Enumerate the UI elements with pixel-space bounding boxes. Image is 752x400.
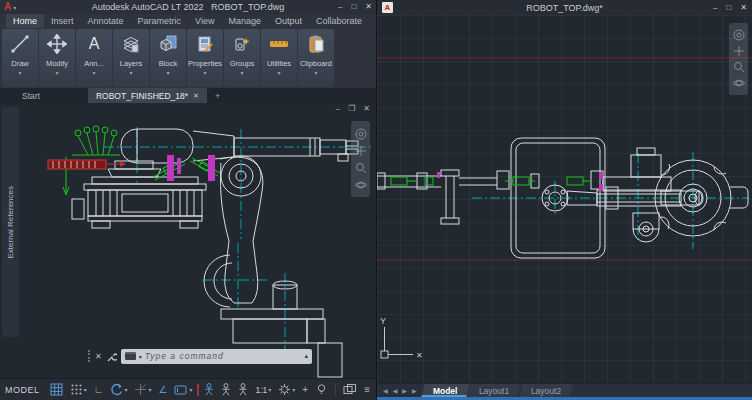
ruler-icon	[268, 29, 290, 59]
workspace-switching-button[interactable]: ▾	[276, 382, 297, 397]
customization-menu-button[interactable]: ≡	[362, 383, 372, 397]
ribbon-tab-insert[interactable]: Insert	[44, 14, 81, 28]
panel-block[interactable]: Block ▾	[150, 29, 186, 87]
snap-mode-toggle[interactable]: ▾	[68, 382, 89, 397]
chevron-down-icon[interactable]: ▾	[203, 68, 206, 78]
polar-tracking-toggle[interactable]: ▾	[108, 382, 129, 397]
tray-plus-button[interactable]: +	[300, 383, 310, 397]
minimize-button[interactable]: –	[338, 3, 342, 11]
first-tab-button[interactable]: ◀	[383, 387, 388, 394]
snap-dots-icon	[70, 383, 83, 396]
layout-tab-layout2[interactable]: Layout2	[520, 384, 573, 397]
file-tab-start[interactable]: Start	[14, 88, 48, 103]
command-history-icon[interactable]: ▴	[304, 352, 308, 360]
layout-tab-model[interactable]: Model	[421, 384, 469, 397]
grid-display-toggle[interactable]	[48, 382, 65, 397]
chevron-down-icon[interactable]: ▾	[92, 68, 95, 78]
robot-top-window: A ROBOT_TOP.dwg* – □ ✕	[376, 0, 752, 400]
zoom-icon[interactable]	[733, 61, 745, 73]
file-tab-active-doc[interactable]: ROBOT_FINISHED_18* ✕	[88, 88, 207, 103]
maximize-button[interactable]: □	[351, 3, 356, 11]
right-window-title: ROBOT_TOP.dwg*	[377, 3, 752, 13]
pan-icon[interactable]	[355, 145, 367, 157]
panel-layers[interactable]: Layers ▾	[113, 29, 149, 87]
last-tab-button[interactable]: ▶	[412, 387, 417, 394]
chevron-down-icon[interactable]: ▾	[129, 68, 132, 78]
annotation-scale-button[interactable]: 1:1 ▾	[253, 384, 273, 396]
navigation-bar[interactable]	[351, 121, 370, 197]
orbit-icon[interactable]	[355, 179, 367, 191]
tab-close-icon[interactable]: ✕	[193, 92, 199, 100]
external-references-palette-tab[interactable]: External References	[2, 107, 19, 337]
ribbon-tab-manage[interactable]: Manage	[221, 14, 268, 28]
panel-draw[interactable]: Draw ▾	[2, 29, 38, 87]
model-canvas-front-view[interactable]: – ❐ ✕ External References	[0, 103, 376, 378]
panel-properties[interactable]: Properties ▾	[187, 29, 223, 87]
chevron-down-icon[interactable]: ▾	[166, 68, 169, 78]
close-button[interactable]: ✕	[740, 4, 747, 12]
quick-access-caret-icon[interactable]: ▾	[13, 4, 16, 11]
chevron-down-icon[interactable]: ▾	[55, 68, 58, 78]
chevron-down-icon[interactable]: ▾	[139, 353, 142, 360]
zoom-icon[interactable]	[355, 162, 367, 174]
new-tab-button[interactable]: +	[215, 88, 220, 103]
ribbon-tab-view[interactable]: View	[188, 14, 221, 28]
ribbon-tab-home[interactable]: Home	[6, 14, 44, 28]
chevron-down-icon[interactable]: ▾	[277, 68, 280, 78]
customize-wrench-icon[interactable]	[106, 351, 117, 362]
object-snap-tracking-toggle[interactable]: ▾	[132, 382, 153, 397]
annotation-scale-sync-toggle[interactable]	[236, 382, 250, 397]
annotation-autoscale-toggle[interactable]	[219, 382, 233, 397]
panel-groups[interactable]: Groups ▾	[224, 29, 260, 87]
chevron-down-icon[interactable]: ▾	[18, 68, 21, 78]
command-drag-handle[interactable]	[88, 350, 91, 362]
steering-wheel-icon[interactable]	[355, 128, 367, 140]
object-snap-toggle[interactable]: ∠	[156, 383, 169, 397]
properties-icon	[195, 29, 215, 59]
ribbon-tab-annotate[interactable]: Annotate	[81, 14, 131, 28]
dynamic-input-toggle[interactable]: ▾	[172, 382, 194, 397]
ribbon-tab-output[interactable]: Output	[268, 14, 309, 28]
layers-icon	[121, 29, 141, 59]
command-close-icon[interactable]: ✕	[95, 352, 102, 361]
doc-minimize-button[interactable]: –	[336, 105, 340, 113]
panel-modify[interactable]: Modify ▾	[39, 29, 75, 87]
ortho-mode-toggle[interactable]: ∟	[92, 383, 106, 397]
next-tab-button[interactable]: ▶	[402, 387, 407, 394]
clean-screen-button[interactable]	[341, 382, 359, 397]
file-tab-bar: Start ROBOT_FINISHED_18* ✕ +	[0, 88, 376, 103]
prev-tab-button[interactable]: ◀	[393, 387, 398, 394]
command-input[interactable]: ▾ Type a command ▴	[121, 349, 312, 364]
navigation-bar[interactable]	[729, 23, 748, 95]
chevron-down-icon[interactable]: ▾	[240, 68, 243, 78]
status-separator-red	[197, 384, 199, 396]
minimize-button[interactable]: –	[713, 4, 717, 12]
chevron-down-icon[interactable]: ▾	[314, 68, 317, 78]
autocad-file-logo-icon: A	[382, 2, 393, 13]
layout-tab-layout1[interactable]: Layout1	[467, 384, 520, 397]
panel-clipboard[interactable]: Clipboard ▾	[298, 29, 334, 87]
annotation-visibility-toggle[interactable]	[202, 382, 216, 397]
steering-wheel-icon[interactable]	[733, 29, 745, 41]
panel-annotation[interactable]: A Ann... ▾	[76, 29, 112, 87]
isolate-objects-button[interactable]	[313, 382, 330, 397]
ribbon-tab-collaborate[interactable]: Collaborate	[309, 14, 369, 28]
chevron-down-icon: ▾	[292, 386, 295, 393]
close-button[interactable]: ✕	[365, 3, 372, 11]
model-canvas-top-view[interactable]: Y ✕	[377, 15, 752, 383]
red-dimension-marker	[48, 160, 126, 169]
main-titlebar[interactable]: A ▾ Autodesk AutoCAD LT 2022 ROBOT_TOP.d…	[0, 0, 376, 14]
doc-close-button[interactable]: ✕	[363, 105, 370, 113]
panel-utilities[interactable]: Utilities ▾	[261, 29, 297, 87]
ribbon-tab-parametric[interactable]: Parametric	[131, 14, 189, 28]
pan-icon[interactable]	[733, 45, 745, 57]
autocad-logo-icon[interactable]: A	[4, 2, 11, 12]
orbit-icon[interactable]	[733, 77, 745, 89]
maximize-button[interactable]: □	[726, 4, 731, 12]
doc-restore-button[interactable]: ❐	[348, 105, 355, 113]
ucs-icon[interactable]: Y ✕	[380, 316, 423, 360]
ribbon: Draw ▾ Modify ▾ A Ann... ▾ Layers ▾	[0, 28, 376, 88]
model-space-button[interactable]: MODEL	[0, 385, 45, 395]
right-titlebar[interactable]: A ROBOT_TOP.dwg* – □ ✕	[377, 0, 752, 15]
window-title: Autodesk AutoCAD LT 2022 ROBOT_TOP.dwg	[0, 2, 376, 12]
